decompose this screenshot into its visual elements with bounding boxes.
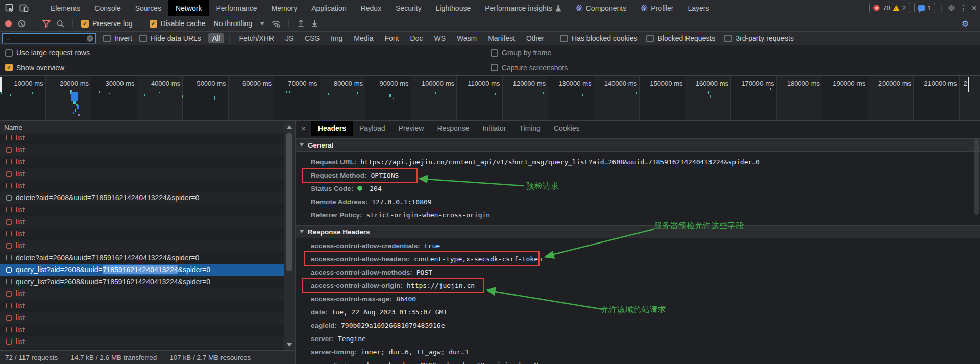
issues-badge[interactable]: 1 <box>914 3 935 13</box>
tab-redux[interactable]: Redux <box>354 0 388 16</box>
details-scrollbar-thumb[interactable] <box>974 138 979 215</box>
filter-type-all[interactable]: All <box>208 33 225 43</box>
detail-tab-initiator[interactable]: Initiator <box>476 121 512 136</box>
tab-layers[interactable]: Layers <box>681 0 717 16</box>
detail-tab-cookies[interactable]: Cookies <box>547 121 586 136</box>
filter-type-media[interactable]: Media <box>350 33 377 43</box>
tab-network[interactable]: Network <box>168 0 209 16</box>
overview-left-handle[interactable] <box>0 77 2 92</box>
tab-profiler[interactable]: Profiler <box>633 0 680 16</box>
timeline-tick: 120000 ms <box>503 76 549 120</box>
scroll-down-icon[interactable] <box>284 340 295 349</box>
device-toolbar-icon[interactable] <box>19 4 29 13</box>
tab-console[interactable]: Console <box>87 0 128 16</box>
detail-tab-response[interactable]: Response <box>430 121 476 136</box>
search-icon[interactable] <box>57 20 64 28</box>
invert-checkbox[interactable]: Invert <box>103 34 132 42</box>
request-row[interactable]: list <box>0 156 285 168</box>
preserve-log-checkbox[interactable]: ✓ Preserve log <box>81 19 133 28</box>
request-row[interactable]: query_list?aid=2608&uuid=718591621424041… <box>0 276 285 288</box>
filter-type-css[interactable]: CSS <box>301 33 324 43</box>
request-row[interactable]: list <box>0 336 285 348</box>
network-conditions-icon[interactable] <box>271 19 280 28</box>
import-har-icon[interactable] <box>297 19 305 28</box>
request-row[interactable]: query_list?aid=2608&uuid=718591621424041… <box>0 264 285 276</box>
network-settings-gear-icon[interactable]: ⚙ <box>962 19 969 29</box>
disable-cache-checkbox[interactable]: ✓ Disable cache <box>150 19 206 28</box>
has-blocked-cookies-checkbox[interactable]: Has blocked cookies <box>560 34 637 42</box>
group-by-frame-checkbox[interactable]: Group by frame <box>491 48 551 57</box>
tab-performance[interactable]: Performance <box>209 0 264 16</box>
request-row[interactable]: delete?aid=2608&uuid=7185916214240413224… <box>0 192 285 204</box>
tab-security[interactable]: Security <box>388 0 429 16</box>
request-row[interactable]: list <box>0 288 285 300</box>
filter-type-img[interactable]: Img <box>327 33 347 43</box>
tab-sources[interactable]: Sources <box>128 0 168 16</box>
request-name: list <box>16 337 24 346</box>
request-row[interactable]: list <box>0 204 285 216</box>
overview-right-handle[interactable] <box>968 77 969 92</box>
response-header-row: eagleid:790b029a16926681079485916e <box>311 319 445 332</box>
more-menu-icon[interactable]: ⋮ <box>959 4 967 12</box>
filter-type-fetch-xhr[interactable]: Fetch/XHR <box>235 33 278 43</box>
capture-screenshots-checkbox[interactable]: Capture screenshots <box>491 64 568 72</box>
detail-tab-headers[interactable]: Headers <box>311 121 353 136</box>
tab-performance-insights[interactable]: Performance insights <box>478 0 569 16</box>
clear-network-log-icon[interactable] <box>18 20 26 28</box>
export-har-icon[interactable] <box>311 19 318 28</box>
record-network-log-icon[interactable] <box>5 20 12 27</box>
response-headers-section-header[interactable]: Response Headers <box>296 225 980 238</box>
request-row[interactable]: delete?aid=2608&uuid=7185916214240413224… <box>0 252 285 264</box>
request-row[interactable]: list <box>0 168 285 180</box>
3rd-party-requests-checkbox[interactable]: 3rd-party requests <box>724 34 794 42</box>
filter-type-other[interactable]: Other <box>522 33 548 43</box>
filter-toggle-icon[interactable] <box>42 20 51 28</box>
tab-memory[interactable]: Memory <box>264 0 305 16</box>
hide-data-urls-checkbox[interactable]: Hide data URLs <box>139 34 201 42</box>
request-type-filters: AllFetch/XHRJSCSSImgMediaFontDocWSWasmMa… <box>208 33 548 43</box>
header-key: Status Code: <box>311 185 353 192</box>
tab-lighthouse[interactable]: Lighthouse <box>429 0 478 16</box>
scrollbar-thumb[interactable] <box>286 133 292 271</box>
request-row[interactable]: list <box>0 228 285 240</box>
filter-type-manifest[interactable]: Manifest <box>484 33 519 43</box>
close-details-icon[interactable]: × <box>296 124 311 133</box>
request-row[interactable]: list <box>0 180 285 192</box>
filter-input[interactable]: -- × <box>2 33 96 43</box>
tab-application[interactable]: Application <box>304 0 354 16</box>
clear-filter-icon[interactable]: × <box>87 35 93 42</box>
request-list-scrollbar[interactable] <box>284 121 295 350</box>
request-row[interactable]: list <box>0 240 285 252</box>
request-row[interactable]: list <box>0 216 285 228</box>
request-row[interactable]: list <box>0 144 285 156</box>
filter-type-font[interactable]: Font <box>381 33 403 43</box>
detail-tab-timing[interactable]: Timing <box>512 121 547 136</box>
request-row[interactable]: list <box>0 300 285 312</box>
divider <box>36 4 36 13</box>
detail-tab-preview[interactable]: Preview <box>392 121 431 136</box>
network-overview-timeline[interactable]: 10000 ms20000 ms30000 ms40000 ms50000 ms… <box>0 75 980 121</box>
annotation-box-request-method <box>302 168 418 183</box>
request-row[interactable]: list <box>0 312 285 324</box>
show-overview-checkbox[interactable]: ✓ Show overview <box>5 64 64 72</box>
filter-type-doc[interactable]: Doc <box>406 33 427 43</box>
inspect-element-icon[interactable] <box>5 4 14 13</box>
detail-tab-payload[interactable]: Payload <box>353 121 392 136</box>
console-errors-warnings-badge[interactable]: ✕ 70 ! 2 <box>869 3 910 13</box>
filter-type-wasm[interactable]: Wasm <box>453 33 481 43</box>
blocked-requests-checkbox[interactable]: Blocked Requests <box>646 34 715 42</box>
settings-gear-icon[interactable]: ⚙ <box>948 4 955 12</box>
tab-components[interactable]: Components <box>569 0 633 16</box>
request-row[interactable]: list <box>0 324 285 336</box>
tab-label: Performance <box>216 4 257 12</box>
filter-type-ws[interactable]: WS <box>430 33 450 43</box>
scroll-up-icon[interactable] <box>284 122 295 131</box>
throttling-dropdown[interactable]: No throttling <box>214 19 265 28</box>
general-section-header[interactable]: General <box>296 138 980 152</box>
close-devtools-icon[interactable]: × <box>971 4 977 13</box>
timeline-mark <box>435 92 436 94</box>
tab-elements[interactable]: Elements <box>43 0 87 16</box>
use-large-request-rows-checkbox[interactable]: Use large request rows <box>5 48 90 57</box>
filter-type-js[interactable]: JS <box>281 33 298 43</box>
name-column-header[interactable]: Name <box>0 121 295 134</box>
